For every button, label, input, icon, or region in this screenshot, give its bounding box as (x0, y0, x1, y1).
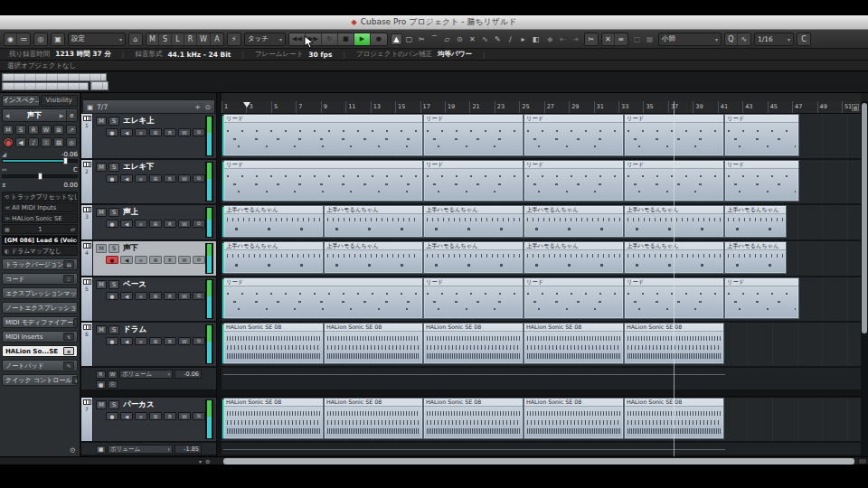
edit-channel-button[interactable]: e (135, 174, 147, 183)
quantize-button[interactable]: Q (725, 33, 738, 45)
section-note-expression[interactable]: ノートエクスプレッショ◇ (2, 302, 78, 314)
lane-parameter-dropdown[interactable]: ボリューム (119, 370, 173, 379)
midi-channel-row[interactable]: ▦ 1 ⇄ (2, 224, 78, 234)
go-next-marker-button[interactable]: ▶▶ (306, 33, 322, 45)
midi-event[interactable]: リード (223, 277, 423, 319)
open-quantize-panel-button[interactable]: C (797, 33, 810, 45)
range-selection-tool-icon[interactable]: ▢ (403, 33, 415, 45)
midi-event[interactable]: HALion Sonic SE 08 (423, 323, 524, 364)
arrange-automation-lane-percussion[interactable] (222, 443, 861, 456)
midi-event[interactable]: リード (423, 114, 524, 156)
workspace-dropdown[interactable]: 設定 (68, 33, 126, 46)
track-mute-button[interactable]: M (96, 163, 107, 172)
nudge-left-icon[interactable]: ⇤ (557, 33, 569, 45)
midi-event[interactable]: 上手ハモるんちゃん (223, 241, 324, 274)
edit-channel-button[interactable]: e (135, 337, 147, 345)
track-mute-button[interactable]: M (96, 117, 107, 126)
write-automation-button[interactable]: W (178, 174, 191, 183)
setup-toolbar-icon[interactable]: ≔ (17, 33, 30, 45)
track-solo-button[interactable]: S (108, 400, 119, 409)
window-zones-icon[interactable]: ▣ (52, 33, 64, 45)
midi-event[interactable]: HALion Sonic SE 08 (223, 398, 324, 439)
monitor-button[interactable]: ◀ (120, 128, 133, 136)
section-instrument-halion[interactable]: HALion So...SEe (2, 345, 78, 357)
volume-fader[interactable]: ◢ -0.06 (2, 150, 78, 163)
section-chords[interactable]: コード♪ (2, 273, 78, 285)
midi-event[interactable]: 上手ハモるんちゃん (524, 205, 624, 238)
track-name[interactable]: ドラム (123, 324, 146, 335)
zoom-tool-icon[interactable]: ⊙ (454, 33, 466, 45)
midi-event[interactable]: 上手ハモるんちゃん (324, 205, 423, 238)
cycle-button[interactable]: ↻ (322, 33, 338, 45)
midi-event[interactable]: リード (724, 277, 799, 319)
freeze-button[interactable]: ⊞ (149, 256, 162, 264)
record-arm-button[interactable]: ● (106, 337, 118, 345)
record-arm-button[interactable]: ● (106, 292, 118, 300)
inspector-timebase-icon[interactable]: ♪ (28, 137, 39, 147)
track-color-strip[interactable]: 7 (81, 398, 93, 441)
midi-event[interactable]: 上手ハモるんちゃん (223, 205, 324, 238)
monitor-button[interactable]: ◀ (120, 292, 133, 300)
write-automation-button[interactable]: W (178, 412, 191, 420)
track-name[interactable]: エレキ上 (123, 116, 155, 127)
record-arm-button[interactable]: ● (106, 220, 118, 228)
track-color-strip[interactable]: 5 (81, 277, 93, 321)
section-quick-controls[interactable]: クイック コントロール◉ (2, 374, 78, 386)
mute-all-button[interactable]: M (146, 33, 159, 45)
record-arm-button-active[interactable]: ● (106, 256, 118, 264)
edit-channel-settings-button[interactable]: e (66, 110, 77, 121)
play-tool-icon[interactable]: ▸ (517, 33, 529, 45)
midi-event[interactable]: 上手ハモるんちゃん (423, 241, 524, 274)
more-controls-button[interactable]: ⧉ (193, 174, 205, 183)
midi-event[interactable]: HALion Sonic SE 08 (524, 323, 624, 364)
arrange-row-eleki-ue[interactable]: リードリードリードリードリード (222, 114, 861, 160)
nudge-right-icon[interactable]: ⇥ (570, 33, 581, 45)
midi-event[interactable]: HALion Sonic SE 08 (324, 398, 423, 439)
more-controls-button[interactable]: ⧉ (193, 292, 205, 300)
next-track-icon[interactable]: ▶ (57, 112, 66, 118)
read-automation-button[interactable]: R (164, 174, 176, 183)
event-display[interactable]: 1357911131517192123252729313335373941434… (217, 93, 868, 456)
crossfade-icon[interactable]: ✂ (585, 33, 598, 45)
track-name[interactable]: パーカス (123, 399, 155, 410)
midi-event[interactable]: リード (223, 114, 423, 156)
midi-event[interactable]: リード (524, 114, 624, 156)
grid-icon[interactable]: ▦ (644, 33, 656, 45)
track-solo-button[interactable]: S (108, 280, 119, 289)
midi-event[interactable]: リード (724, 114, 799, 156)
listen-all-button[interactable]: L (172, 33, 184, 45)
write-automation-button[interactable]: W (178, 128, 191, 136)
read-automation-button[interactable]: R (164, 220, 176, 228)
midi-event[interactable]: リード (423, 277, 524, 319)
automation-curve[interactable] (223, 449, 725, 450)
inspector-settings-gear-icon[interactable]: ⚙ (70, 446, 76, 455)
record-button[interactable]: ● (371, 33, 387, 45)
section-midi-modifiers[interactable]: MIDI モディファイアー≋ (2, 316, 78, 328)
midi-event[interactable]: HALion Sonic SE 08 (524, 398, 624, 439)
track-row-percussion[interactable]: 7 M S パーカス ● ◀ e ⊞ R W ⧉ (81, 398, 216, 443)
edit-channel-button[interactable]: e (135, 256, 147, 264)
track-search-icon[interactable]: ⊙ (205, 103, 211, 111)
arrange-automation-lane-drums[interactable] (222, 368, 861, 391)
iterative-quantize-icon[interactable]: ∿ (738, 33, 750, 45)
add-track-icon[interactable]: + (194, 103, 200, 111)
ruler-options-icon[interactable]: ▦ (852, 104, 859, 111)
playhead-marker-icon[interactable] (243, 102, 250, 108)
color-tool-icon[interactable]: ◧ (530, 33, 542, 45)
midi-event[interactable]: リード (524, 277, 624, 319)
output-routing-row[interactable]: ≫ HALion Sonic SE (2, 213, 78, 223)
horizontal-scrollbar-thumb[interactable] (223, 458, 854, 465)
track-preset-row[interactable]: ⟲ トラックプリセットなし (2, 192, 78, 202)
inspector-lock-icon[interactable]: ⚿ (41, 137, 52, 147)
track-row-koe-ue[interactable]: 3 M S 声上 ● ◀ e ⊞ R W ⧉ (81, 205, 216, 241)
quantize-value-dropdown[interactable]: 1/16 (754, 33, 794, 46)
arrange-row-eleki-shita[interactable]: リードリードリードリードリード (222, 160, 861, 205)
section-midi-inserts[interactable]: MIDI Inserts↯ (2, 331, 78, 343)
drum-map-row[interactable]: ◐ ドラムマップなし (2, 246, 78, 256)
lane-mute-button[interactable]: ■ (96, 446, 106, 454)
automation-mode-dropdown[interactable]: タッチ (244, 33, 286, 46)
midi-event[interactable]: リード (423, 160, 524, 202)
prev-track-icon[interactable]: ◀ (3, 112, 12, 118)
freeze-button[interactable]: ⊞ (149, 292, 162, 300)
vertical-scrollbar[interactable] (861, 101, 868, 456)
